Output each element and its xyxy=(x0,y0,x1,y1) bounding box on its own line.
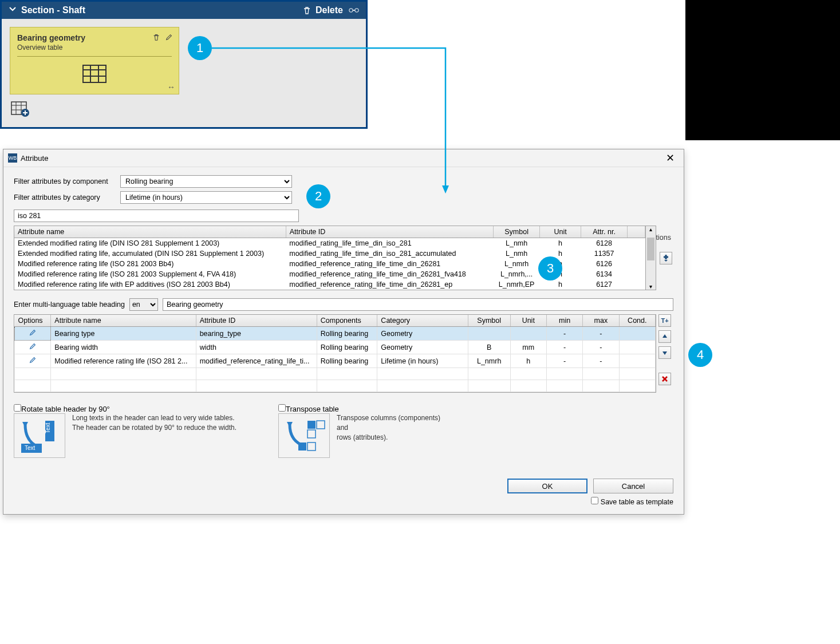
col-symbol[interactable]: Symbol xyxy=(493,226,540,238)
attribute-dialog: WB Attribute ✕ Filter attributes by comp… xyxy=(3,149,684,515)
section-header: Section - Shaft Delete xyxy=(2,2,366,19)
table-row[interactable]: Bearing typebearing_typeRolling bearingG… xyxy=(15,327,656,341)
svg-rect-3 xyxy=(83,65,106,82)
add-table-button[interactable] xyxy=(10,100,30,118)
trash-icon[interactable] xyxy=(151,32,161,42)
svg-rect-25 xyxy=(317,421,325,429)
delete-label[interactable]: Delete xyxy=(316,5,343,15)
svg-text:Text: Text xyxy=(25,445,36,451)
col-options[interactable]: Options xyxy=(15,315,51,327)
chevron-down-icon[interactable] xyxy=(9,5,17,15)
svg-rect-0 xyxy=(349,9,353,12)
save-template-checkbox[interactable]: Save table as template xyxy=(591,498,673,506)
overview-card[interactable]: Bearing geometry Overview table ↔ xyxy=(10,27,179,94)
rotate-header-checkbox[interactable]: Rotate table header by 90° xyxy=(14,405,110,413)
section-title: Section - Shaft xyxy=(21,5,302,15)
heading-label: Enter multi-language table heading xyxy=(14,301,125,309)
section-panel: Section - Shaft Delete Bearing geometry … xyxy=(0,0,368,129)
callout-badge-4: 4 xyxy=(688,343,712,367)
table-row[interactable] xyxy=(15,380,656,392)
col-unit[interactable]: Unit xyxy=(510,315,546,327)
move-up-button[interactable] xyxy=(658,330,671,343)
app-icon: WB xyxy=(8,153,17,163)
search-input[interactable] xyxy=(14,210,299,222)
col-cond[interactable]: Cond. xyxy=(619,315,655,327)
col-unit[interactable]: Unit xyxy=(540,226,581,238)
filter-category-label: Filter attributes by category xyxy=(14,193,116,202)
callout-badge-1: 1 xyxy=(188,36,212,60)
callout-badge-3: 3 xyxy=(538,256,562,280)
move-down-button[interactable] xyxy=(658,346,671,359)
col-id[interactable]: Attribute ID xyxy=(286,226,493,238)
col-id[interactable]: Attribute ID xyxy=(196,315,317,327)
col-max[interactable]: max xyxy=(583,315,619,327)
svg-rect-26 xyxy=(307,430,316,438)
col-name[interactable]: Attribute name xyxy=(51,315,196,327)
transpose-description: Transpose columns (components) and rows … xyxy=(337,413,440,442)
selected-attributes-grid[interactable]: Options Attribute name Attribute ID Comp… xyxy=(14,314,656,393)
card-subtitle: Overview table xyxy=(17,44,172,52)
trash-icon[interactable] xyxy=(302,5,312,15)
col-category[interactable]: Category xyxy=(377,315,468,327)
svg-rect-27 xyxy=(298,442,306,451)
table-row[interactable]: Modified reference rating life (ISO 281 … xyxy=(15,354,656,368)
filter-category-select[interactable]: Lifetime (in hours) xyxy=(120,191,292,204)
heading-lang-select[interactable]: en xyxy=(129,298,158,311)
svg-rect-24 xyxy=(307,421,316,429)
ok-button[interactable]: OK xyxy=(507,479,587,493)
dialog-title: Attribute xyxy=(21,154,661,163)
table-row[interactable]: Bearing widthwidthRolling bearingGeometr… xyxy=(15,341,656,354)
card-title: Bearing geometry xyxy=(17,33,172,42)
callout-badge-2: 2 xyxy=(306,184,330,208)
filter-component-label: Filter attributes by component xyxy=(14,177,116,185)
table-icon xyxy=(17,61,172,90)
edit-icon[interactable] xyxy=(164,32,174,42)
col-min[interactable]: min xyxy=(546,315,582,327)
transpose-checkbox[interactable]: Transpose table xyxy=(278,405,339,413)
dialog-titlebar: WB Attribute ✕ xyxy=(3,149,684,167)
remove-button[interactable] xyxy=(658,373,671,385)
cancel-button[interactable]: Cancel xyxy=(593,479,673,493)
add-column-button[interactable]: T+ xyxy=(658,314,671,327)
rotate-graphic: Text Text xyxy=(14,413,65,458)
close-icon[interactable]: ✕ xyxy=(661,152,679,164)
svg-rect-28 xyxy=(307,442,316,451)
svg-rect-1 xyxy=(355,9,358,12)
col-components[interactable]: Components xyxy=(317,315,377,327)
table-row[interactable]: Modified reference rating life with EP a… xyxy=(14,279,645,290)
table-row[interactable]: Extended modified rating life (DIN ISO 2… xyxy=(14,238,645,249)
scrollbar[interactable]: ▴ ▾ xyxy=(646,226,656,290)
filter-component-select[interactable]: Rolling bearing xyxy=(120,175,292,188)
heading-input[interactable] xyxy=(163,298,673,311)
link-icon[interactable] xyxy=(349,5,359,15)
rotate-description: Long texts in the header can lead to ver… xyxy=(72,413,244,433)
resize-handle-icon[interactable]: ↔ xyxy=(167,82,175,92)
col-nr[interactable]: Attr. nr. xyxy=(581,226,628,238)
col-name[interactable]: Attribute name xyxy=(14,226,286,238)
table-row[interactable] xyxy=(15,368,656,380)
svg-text:Text: Text xyxy=(45,422,51,433)
add-attribute-button[interactable] xyxy=(660,252,672,264)
col-symbol[interactable]: Symbol xyxy=(468,315,510,327)
transpose-graphic xyxy=(278,413,330,458)
